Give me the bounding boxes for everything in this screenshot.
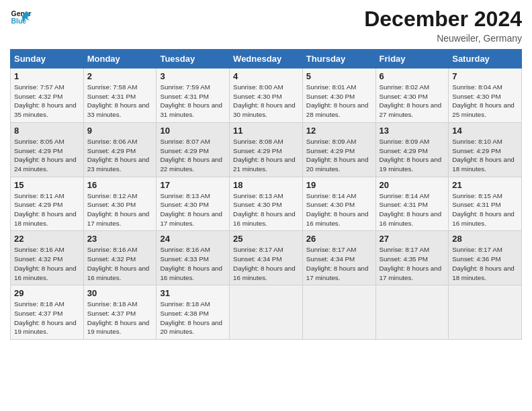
day-info: Sunrise: 8:07 AMSunset: 4:29 PMDaylight:… bbox=[160, 137, 226, 174]
day-info: Sunrise: 8:17 AMSunset: 4:34 PMDaylight:… bbox=[306, 245, 372, 282]
calendar-cell: 25Sunrise: 8:17 AMSunset: 4:34 PMDayligh… bbox=[230, 231, 303, 285]
day-number: 8 bbox=[14, 126, 80, 136]
day-number: 9 bbox=[87, 126, 153, 136]
month-title: December 2024 bbox=[364, 7, 522, 32]
calendar-cell: 13Sunrise: 8:09 AMSunset: 4:29 PMDayligh… bbox=[375, 122, 449, 177]
day-info: Sunrise: 8:08 AMSunset: 4:29 PMDaylight:… bbox=[233, 137, 299, 174]
day-number: 24 bbox=[160, 234, 226, 244]
calendar-cell: 6Sunrise: 8:02 AMSunset: 4:30 PMDaylight… bbox=[375, 68, 449, 123]
calendar-cell: 8Sunrise: 8:05 AMSunset: 4:29 PMDaylight… bbox=[11, 122, 84, 177]
day-number: 6 bbox=[380, 71, 445, 81]
day-number: 5 bbox=[306, 71, 372, 81]
calendar-cell bbox=[302, 285, 375, 340]
day-number: 11 bbox=[233, 126, 299, 136]
day-info: Sunrise: 8:16 AMSunset: 4:32 PMDaylight:… bbox=[87, 245, 153, 282]
calendar-week-row: 22Sunrise: 8:16 AMSunset: 4:32 PMDayligh… bbox=[11, 231, 522, 285]
calendar-cell: 12Sunrise: 8:09 AMSunset: 4:29 PMDayligh… bbox=[302, 122, 375, 177]
col-header-saturday: Saturday bbox=[449, 50, 522, 68]
calendar-cell: 24Sunrise: 8:16 AMSunset: 4:33 PMDayligh… bbox=[157, 231, 230, 285]
day-info: Sunrise: 8:04 AMSunset: 4:30 PMDaylight:… bbox=[452, 83, 518, 120]
day-info: Sunrise: 8:18 AMSunset: 4:38 PMDaylight:… bbox=[160, 300, 226, 336]
day-number: 7 bbox=[452, 71, 518, 81]
calendar-cell: 1Sunrise: 7:57 AMSunset: 4:32 PMDaylight… bbox=[11, 68, 84, 123]
calendar-cell: 17Sunrise: 8:13 AMSunset: 4:30 PMDayligh… bbox=[157, 177, 230, 231]
calendar-cell bbox=[449, 285, 522, 340]
logo: General Blue bbox=[10, 7, 32, 28]
calendar-cell: 9Sunrise: 8:06 AMSunset: 4:29 PMDaylight… bbox=[83, 122, 157, 177]
day-info: Sunrise: 8:17 AMSunset: 4:34 PMDaylight:… bbox=[233, 245, 299, 282]
calendar-cell: 3Sunrise: 7:59 AMSunset: 4:31 PMDaylight… bbox=[157, 68, 230, 123]
day-info: Sunrise: 8:12 AMSunset: 4:30 PMDaylight:… bbox=[87, 191, 153, 228]
day-number: 22 bbox=[14, 234, 80, 244]
day-number: 15 bbox=[14, 180, 80, 190]
day-number: 19 bbox=[306, 180, 372, 190]
day-number: 16 bbox=[87, 180, 153, 190]
day-number: 3 bbox=[160, 71, 226, 81]
day-info: Sunrise: 8:11 AMSunset: 4:29 PMDaylight:… bbox=[14, 191, 80, 228]
day-number: 12 bbox=[306, 126, 372, 136]
calendar-table: SundayMondayTuesdayWednesdayThursdayFrid… bbox=[10, 49, 522, 340]
day-number: 10 bbox=[160, 126, 226, 136]
col-header-wednesday: Wednesday bbox=[230, 50, 303, 68]
calendar-cell: 20Sunrise: 8:14 AMSunset: 4:31 PMDayligh… bbox=[375, 177, 449, 231]
calendar-header-row: SundayMondayTuesdayWednesdayThursdayFrid… bbox=[11, 50, 522, 68]
calendar-cell: 15Sunrise: 8:11 AMSunset: 4:29 PMDayligh… bbox=[11, 177, 84, 231]
calendar-cell: 26Sunrise: 8:17 AMSunset: 4:34 PMDayligh… bbox=[302, 231, 375, 285]
col-header-tuesday: Tuesday bbox=[157, 50, 230, 68]
day-number: 26 bbox=[306, 234, 372, 244]
calendar-cell: 16Sunrise: 8:12 AMSunset: 4:30 PMDayligh… bbox=[83, 177, 157, 231]
day-info: Sunrise: 8:13 AMSunset: 4:30 PMDaylight:… bbox=[160, 191, 226, 228]
day-info: Sunrise: 8:14 AMSunset: 4:30 PMDaylight:… bbox=[306, 191, 372, 228]
day-info: Sunrise: 8:05 AMSunset: 4:29 PMDaylight:… bbox=[14, 137, 80, 174]
calendar-cell: 14Sunrise: 8:10 AMSunset: 4:29 PMDayligh… bbox=[449, 122, 522, 177]
day-number: 13 bbox=[380, 126, 445, 136]
day-number: 2 bbox=[87, 71, 153, 81]
calendar-week-row: 8Sunrise: 8:05 AMSunset: 4:29 PMDaylight… bbox=[11, 122, 522, 177]
calendar-cell bbox=[375, 285, 449, 340]
calendar-cell: 29Sunrise: 8:18 AMSunset: 4:37 PMDayligh… bbox=[11, 285, 84, 340]
day-info: Sunrise: 8:06 AMSunset: 4:29 PMDaylight:… bbox=[87, 137, 153, 174]
col-header-thursday: Thursday bbox=[302, 50, 375, 68]
day-number: 27 bbox=[380, 234, 445, 244]
day-info: Sunrise: 8:02 AMSunset: 4:30 PMDaylight:… bbox=[380, 83, 445, 120]
day-number: 25 bbox=[233, 234, 299, 244]
day-number: 31 bbox=[160, 288, 226, 298]
day-number: 4 bbox=[233, 71, 299, 81]
calendar-cell: 4Sunrise: 8:00 AMSunset: 4:30 PMDaylight… bbox=[230, 68, 303, 123]
calendar-cell: 27Sunrise: 8:17 AMSunset: 4:35 PMDayligh… bbox=[375, 231, 449, 285]
day-info: Sunrise: 8:09 AMSunset: 4:29 PMDaylight:… bbox=[306, 137, 372, 174]
day-number: 20 bbox=[380, 180, 445, 190]
day-number: 30 bbox=[87, 288, 153, 298]
calendar-week-row: 15Sunrise: 8:11 AMSunset: 4:29 PMDayligh… bbox=[11, 177, 522, 231]
day-number: 23 bbox=[87, 234, 153, 244]
logo-icon: General Blue bbox=[10, 7, 32, 28]
day-info: Sunrise: 8:09 AMSunset: 4:29 PMDaylight:… bbox=[380, 137, 445, 174]
day-info: Sunrise: 7:57 AMSunset: 4:32 PMDaylight:… bbox=[14, 83, 80, 120]
calendar-cell bbox=[230, 285, 303, 340]
calendar-cell: 7Sunrise: 8:04 AMSunset: 4:30 PMDaylight… bbox=[449, 68, 522, 123]
col-header-friday: Friday bbox=[375, 50, 449, 68]
day-number: 1 bbox=[14, 71, 80, 81]
col-header-monday: Monday bbox=[83, 50, 157, 68]
day-info: Sunrise: 8:10 AMSunset: 4:29 PMDaylight:… bbox=[452, 137, 518, 174]
page-header: General Blue December 2024 Neuweiler, Ge… bbox=[10, 7, 522, 44]
day-number: 18 bbox=[233, 180, 299, 190]
day-info: Sunrise: 7:58 AMSunset: 4:31 PMDaylight:… bbox=[87, 83, 153, 120]
day-info: Sunrise: 8:18 AMSunset: 4:37 PMDaylight:… bbox=[87, 300, 153, 336]
location: Neuweiler, Germany bbox=[364, 33, 522, 44]
calendar-cell: 31Sunrise: 8:18 AMSunset: 4:38 PMDayligh… bbox=[157, 285, 230, 340]
calendar-cell: 18Sunrise: 8:13 AMSunset: 4:30 PMDayligh… bbox=[230, 177, 303, 231]
calendar-week-row: 1Sunrise: 7:57 AMSunset: 4:32 PMDaylight… bbox=[11, 68, 522, 123]
day-number: 29 bbox=[14, 288, 80, 298]
calendar-cell: 10Sunrise: 8:07 AMSunset: 4:29 PMDayligh… bbox=[157, 122, 230, 177]
calendar-cell: 30Sunrise: 8:18 AMSunset: 4:37 PMDayligh… bbox=[83, 285, 157, 340]
day-info: Sunrise: 8:17 AMSunset: 4:36 PMDaylight:… bbox=[452, 245, 518, 282]
col-header-sunday: Sunday bbox=[11, 50, 84, 68]
calendar-cell: 23Sunrise: 8:16 AMSunset: 4:32 PMDayligh… bbox=[83, 231, 157, 285]
title-block: December 2024 Neuweiler, Germany bbox=[364, 7, 522, 44]
day-info: Sunrise: 8:15 AMSunset: 4:31 PMDaylight:… bbox=[452, 191, 518, 228]
day-info: Sunrise: 8:01 AMSunset: 4:30 PMDaylight:… bbox=[306, 83, 372, 120]
calendar-cell: 21Sunrise: 8:15 AMSunset: 4:31 PMDayligh… bbox=[449, 177, 522, 231]
day-info: Sunrise: 7:59 AMSunset: 4:31 PMDaylight:… bbox=[160, 83, 226, 120]
day-info: Sunrise: 8:16 AMSunset: 4:33 PMDaylight:… bbox=[160, 245, 226, 282]
